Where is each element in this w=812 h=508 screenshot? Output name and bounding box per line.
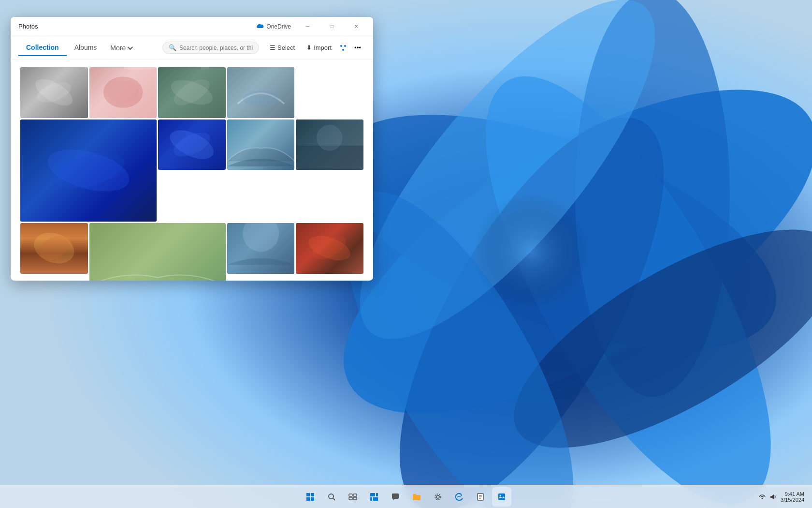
close-button[interactable]: ✕ <box>345 19 367 34</box>
svg-rect-47 <box>353 494 357 496</box>
widgets-button[interactable] <box>364 487 384 507</box>
photo-item-5[interactable] <box>20 120 157 222</box>
svg-rect-53 <box>373 497 378 501</box>
svg-point-15 <box>103 77 143 108</box>
edge-browser-button[interactable] <box>450 487 469 507</box>
svg-rect-41 <box>311 493 314 496</box>
photo-grid-container[interactable] <box>11 60 373 281</box>
svg-rect-25 <box>296 146 363 170</box>
more-tab-label: More <box>110 44 126 52</box>
taskbar: 9:41 AM 3/15/2024 <box>0 485 812 508</box>
overflow-menu-button[interactable]: ••• <box>350 40 365 56</box>
magic-icon-svg <box>339 44 348 52</box>
select-button[interactable]: ☰ Select <box>265 42 300 54</box>
albums-tab-label: Albums <box>74 44 97 51</box>
select-label: Select <box>277 44 295 51</box>
search-icon: 🔍 <box>169 44 176 51</box>
photo-shape-6 <box>158 120 226 170</box>
svg-point-26 <box>317 125 343 151</box>
photo-item-4[interactable] <box>227 67 295 118</box>
photo-grid <box>20 67 363 281</box>
photos-taskbar-button[interactable] <box>492 487 511 507</box>
start-button[interactable] <box>301 487 320 507</box>
magic-wand-icon[interactable] <box>338 43 348 53</box>
svg-point-29 <box>243 223 279 252</box>
photo-shape-4 <box>227 67 295 118</box>
photos-app-window: Photos OneDrive ─ □ ✕ Collection <box>11 17 373 281</box>
svg-rect-40 <box>306 493 310 496</box>
photo-shape-5 <box>20 120 157 222</box>
svg-point-12 <box>342 49 344 51</box>
search-input[interactable] <box>179 45 253 51</box>
import-label: Import <box>314 44 332 51</box>
title-right: OneDrive ─ □ ✕ <box>252 19 367 34</box>
svg-point-24 <box>170 128 214 162</box>
settings-button[interactable] <box>428 487 448 507</box>
svg-rect-52 <box>370 497 372 501</box>
title-bar: Photos OneDrive ─ □ ✕ <box>11 17 373 36</box>
search-area: 🔍 <box>162 42 259 54</box>
nav-bar: Collection Albums More 🔍 ☰ Select ⬇ Impo… <box>11 36 373 60</box>
chat-button[interactable] <box>386 487 405 507</box>
photo-shape-7 <box>227 120 295 170</box>
minimize-button[interactable]: ─ <box>297 19 319 34</box>
network-icon <box>758 493 766 501</box>
search-box[interactable]: 🔍 <box>162 42 259 54</box>
maximize-button[interactable]: □ <box>321 19 343 34</box>
photo-item-7[interactable] <box>227 120 295 170</box>
photo-item-9[interactable] <box>20 223 88 274</box>
svg-point-62 <box>762 497 763 499</box>
svg-rect-43 <box>311 497 314 501</box>
svg-point-23 <box>166 124 218 165</box>
svg-point-44 <box>329 494 334 499</box>
file-explorer-button[interactable] <box>407 487 426 507</box>
import-icon: ⬇ <box>306 44 312 51</box>
svg-point-19 <box>243 91 279 106</box>
dots-icon: ••• <box>354 44 361 51</box>
photo-item-1[interactable] <box>20 67 88 118</box>
collection-tab-label: Collection <box>26 44 59 51</box>
app-title: Photos <box>18 23 38 30</box>
maximize-icon: □ <box>331 24 334 29</box>
svg-point-27 <box>29 227 78 269</box>
tab-more[interactable]: More <box>104 40 137 56</box>
clock[interactable]: 9:41 AM 3/15/2024 <box>781 491 804 503</box>
task-view-button[interactable] <box>343 487 362 507</box>
import-button[interactable]: ⬇ Import <box>302 42 336 54</box>
svg-point-28 <box>35 231 72 265</box>
tab-albums[interactable]: Albums <box>67 40 105 56</box>
photo-item-8[interactable] <box>296 120 363 170</box>
date: 3/15/2024 <box>781 497 804 503</box>
photo-shape-8 <box>296 120 363 170</box>
photo-item-10[interactable] <box>89 223 226 281</box>
svg-rect-42 <box>306 497 310 501</box>
photo-item-11[interactable] <box>227 223 295 274</box>
photo-item-3[interactable] <box>158 67 226 118</box>
search-taskbar-button[interactable] <box>322 487 341 507</box>
system-tray[interactable] <box>758 493 777 501</box>
photo-item-12[interactable] <box>296 223 363 274</box>
notepad-button[interactable] <box>471 487 490 507</box>
svg-line-45 <box>333 498 335 500</box>
title-left: Photos <box>18 23 38 30</box>
photo-shape-2 <box>89 67 157 118</box>
volume-icon <box>769 493 777 501</box>
svg-point-31 <box>310 232 349 264</box>
svg-point-21 <box>49 146 128 195</box>
svg-point-54 <box>436 495 439 498</box>
svg-point-20 <box>43 142 133 199</box>
photo-item-2[interactable] <box>89 67 157 118</box>
cloud-icon <box>256 23 264 30</box>
photo-shape-12 <box>296 223 363 274</box>
svg-point-13 <box>31 74 77 111</box>
svg-rect-60 <box>498 493 505 500</box>
svg-point-61 <box>500 494 501 496</box>
photo-item-6[interactable] <box>158 120 226 170</box>
select-icon: ☰ <box>270 44 276 51</box>
photo-shape-1 <box>20 67 88 118</box>
svg-rect-46 <box>349 494 352 496</box>
tab-collection[interactable]: Collection <box>18 40 67 56</box>
close-icon: ✕ <box>354 24 358 29</box>
onedrive-button[interactable]: OneDrive <box>252 21 295 32</box>
svg-point-14 <box>34 78 74 106</box>
